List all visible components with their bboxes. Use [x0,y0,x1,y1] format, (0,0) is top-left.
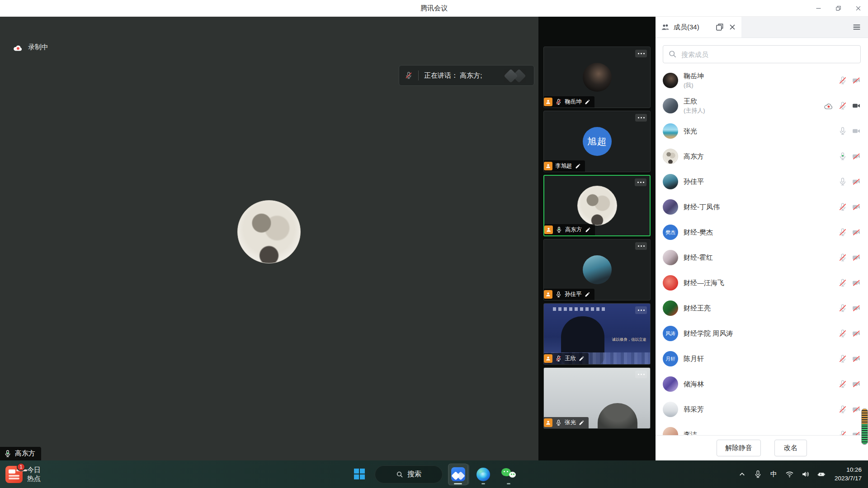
popout-panel-icon[interactable] [715,23,724,32]
edit-name-icon[interactable] [585,227,591,233]
search-members-input[interactable] [663,45,861,63]
mic-status-icon[interactable] [838,278,847,287]
restore-button[interactable] [828,0,848,17]
member-row[interactable]: 韩采芳 [656,397,868,422]
member-row[interactable]: 樊杰 财经-樊杰 [656,220,868,245]
mic-status-icon[interactable] [838,304,847,313]
member-row[interactable]: 李洁 [656,422,868,435]
member-name: 鞠岳坤 [684,72,838,80]
taskbar-search[interactable]: 搜索 [375,465,443,483]
unmute-button[interactable]: 解除静音 [717,440,761,456]
edit-name-icon[interactable] [579,420,585,426]
camera-status-icon[interactable] [852,278,861,287]
panel-menu-icon[interactable] [852,22,862,32]
edit-name-icon[interactable] [575,163,581,169]
member-row[interactable]: 财经—汪海飞 [656,270,868,296]
tray-date: 2023/7/17 [835,474,862,483]
more-options-icon[interactable] [635,371,647,378]
member-row[interactable]: 张光 [656,118,868,144]
camera-status-icon[interactable] [852,253,861,262]
mic-status-icon[interactable] [838,329,847,338]
member-row[interactable]: 财经-丁凤伟 [656,194,868,220]
video-thumbnail[interactable]: 孙佳平 [543,239,651,300]
camera-status-icon[interactable] [852,127,861,136]
camera-status-icon[interactable] [852,430,861,435]
member-row[interactable]: 王欣 (主持人) [656,93,868,118]
rename-button[interactable]: 改名 [774,440,807,456]
video-thumbnail[interactable]: 鞠岳坤 [543,47,651,108]
more-options-icon[interactable] [635,178,646,186]
more-options-icon[interactable] [635,242,647,250]
member-row[interactable]: 财经王亮 [656,296,868,321]
tray-ime-indicator[interactable]: 中 [769,470,778,479]
camera-status-icon[interactable] [852,405,861,414]
member-row[interactable]: 鞠岳坤 (我) [656,68,868,93]
mic-active-icon [4,450,12,458]
members-tab[interactable]: 成员(34) [656,17,741,38]
camera-status-icon[interactable] [852,380,861,389]
mic-status-icon[interactable] [838,101,847,110]
tray-battery-icon[interactable] [817,470,826,479]
tencent-meeting-icon [451,467,465,481]
mic-status-icon[interactable] [838,253,847,262]
news-widget[interactable]: 1 今日热点 [5,460,41,488]
video-thumbnail[interactable]: 张光 [543,367,651,429]
edit-name-icon[interactable] [585,291,590,297]
mic-status-icon[interactable] [838,430,847,435]
close-panel-icon[interactable] [728,23,737,32]
tray-volume-icon[interactable] [801,470,810,479]
minimize-button[interactable] [808,0,828,17]
members-panel: 成员(34) 鞠 [656,17,868,460]
member-row[interactable]: 高东方 [656,144,868,169]
taskbar-app-tencent-meeting[interactable] [448,464,468,485]
close-button[interactable] [848,0,868,17]
video-thumbnail[interactable]: 高东方 [543,175,651,236]
edit-name-icon[interactable] [585,99,590,105]
mic-status-icon[interactable] [838,202,847,211]
member-name: 孙佳平 [684,178,838,186]
title-bar: 腾讯会议 [0,0,868,17]
camera-status-icon[interactable] [852,329,861,338]
tray-microphone-icon[interactable] [754,470,762,479]
camera-status-icon[interactable] [852,76,861,85]
taskbar-app-edge[interactable] [473,464,493,485]
member-row[interactable]: 财经-霍红 [656,245,868,270]
taskbar-app-wechat[interactable] [499,464,519,485]
mic-status-icon[interactable] [838,152,847,161]
windows-logo-icon [354,469,365,480]
mic-status-icon [556,226,562,233]
camera-status-icon[interactable] [852,304,861,313]
start-button[interactable] [349,464,369,485]
more-options-icon[interactable] [635,306,647,314]
tray-clock[interactable]: 10:26 2023/7/17 [835,466,862,482]
video-thumbnail[interactable]: 诚以修身，信以立途 王欣 [543,303,651,365]
camera-status-icon[interactable] [852,354,861,363]
camera-status-icon[interactable] [852,101,861,110]
member-role: (主持人) [684,107,824,115]
notification-badge: 1 [17,463,25,471]
more-options-icon[interactable] [635,50,647,57]
mic-status-icon[interactable] [838,127,847,136]
mic-status-icon[interactable] [838,177,847,186]
video-thumbnail[interactable]: 旭超 李旭超 [543,111,651,172]
member-row[interactable]: 风涛 财经学院 周风涛 [656,321,868,346]
camera-status-icon[interactable] [852,177,861,186]
camera-status-icon[interactable] [852,228,861,237]
camera-status-icon[interactable] [852,152,861,161]
member-row[interactable]: 储海林 [656,371,868,397]
edit-name-icon[interactable] [579,356,585,361]
member-row[interactable]: 月轩 陈月轩 [656,346,868,371]
thumbnail-name-label: 鞠岳坤 [544,96,594,108]
camera-status-icon[interactable] [852,202,861,211]
mic-status-icon[interactable] [838,354,847,363]
tray-wifi-icon[interactable] [785,470,794,479]
mic-status-icon[interactable] [838,76,847,85]
tray-chevron-icon[interactable] [738,470,746,479]
mic-status-icon[interactable] [838,228,847,237]
mic-status-icon[interactable] [838,380,847,389]
member-row[interactable]: 孙佳平 [656,169,868,194]
more-options-icon[interactable] [635,114,647,122]
member-name: 财经—汪海飞 [684,279,838,287]
mic-status-icon[interactable] [838,405,847,414]
member-avatar [663,174,678,189]
